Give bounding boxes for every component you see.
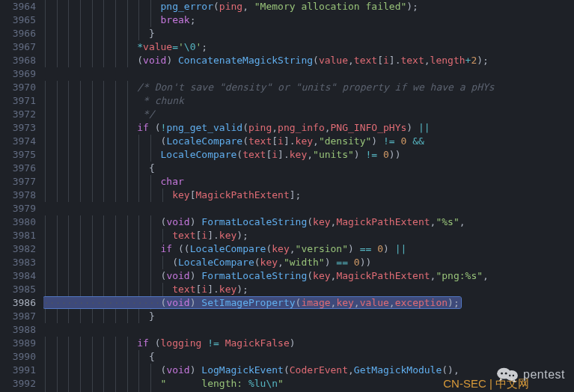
line-number: 3965: [4, 13, 36, 27]
line-number: 3984: [4, 269, 36, 283]
line-number: 3968: [4, 54, 36, 67]
code-area[interactable]: png_error(ping, "Memory allocation faile…: [43, 0, 574, 392]
line-number: 3977: [4, 175, 36, 189]
line-number: 3969: [4, 67, 36, 81]
code-line[interactable]: if ((LocaleCompare(key,"version") == 0) …: [43, 242, 574, 256]
line-number: 3985: [4, 283, 36, 296]
line-number: 3978: [4, 189, 36, 202]
line-number: 3973: [4, 121, 36, 135]
code-line[interactable]: [43, 67, 574, 81]
code-line[interactable]: (LocaleCompare(text[i].key,"density") !=…: [43, 135, 574, 148]
code-line[interactable]: [43, 323, 574, 337]
code-line[interactable]: (void) LogMagickEvent(CoderEvent,GetMagi…: [43, 364, 574, 377]
line-number: 3981: [4, 229, 36, 242]
line-number: 3989: [4, 337, 36, 350]
line-number: 3983: [4, 256, 36, 269]
code-line[interactable]: if (logging != MagickFalse): [43, 337, 574, 350]
line-number: 3982: [4, 242, 36, 256]
code-line[interactable]: text[i].key);: [43, 229, 574, 242]
code-editor[interactable]: 3964396539663967396839693970397139723973…: [0, 0, 574, 392]
code-line[interactable]: * chunk: [43, 94, 574, 108]
line-number-gutter: 3964396539663967396839693970397139723973…: [0, 0, 43, 392]
code-line[interactable]: (void) FormatLocaleString(key,MagickPath…: [43, 269, 574, 283]
code-line[interactable]: char: [43, 175, 574, 189]
code-line[interactable]: /* Don't save "density" or "units" prope…: [43, 81, 574, 94]
code-line[interactable]: key[MagickPathExtent];: [43, 189, 574, 202]
line-number: 3992: [4, 377, 36, 391]
line-number: 3979: [4, 202, 36, 215]
line-number: 3988: [4, 323, 36, 337]
line-number: 3986: [4, 296, 36, 310]
line-number: 3972: [4, 108, 36, 121]
line-number: 3964: [4, 0, 36, 13]
code-line[interactable]: }: [43, 310, 574, 323]
code-line[interactable]: [43, 202, 574, 215]
code-line[interactable]: *value='\0';: [43, 40, 574, 54]
code-line[interactable]: LocaleCompare(text[i].key,"units") != 0)…: [43, 148, 574, 162]
line-number: 3991: [4, 364, 36, 377]
code-line[interactable]: {: [43, 162, 574, 175]
code-line[interactable]: break;: [43, 13, 574, 27]
line-number: 3980: [4, 215, 36, 229]
code-line[interactable]: ····················(void) SetImagePrope…: [43, 296, 574, 310]
code-line[interactable]: " length: %lu\n": [43, 377, 574, 391]
line-number: 3987: [4, 310, 36, 323]
code-line[interactable]: (void) ConcatenateMagickString(value,tex…: [43, 54, 574, 67]
code-line[interactable]: (LocaleCompare(key,"width") == 0)): [43, 256, 574, 269]
line-number: 3970: [4, 81, 36, 94]
code-line[interactable]: text[i].key);: [43, 283, 574, 296]
code-line[interactable]: (void) FormatLocaleString(key,MagickPath…: [43, 215, 574, 229]
line-number: 3975: [4, 148, 36, 162]
line-number: 3990: [4, 350, 36, 364]
code-line[interactable]: png_error(ping, "Memory allocation faile…: [43, 0, 574, 13]
line-number: 3967: [4, 40, 36, 54]
code-line[interactable]: */: [43, 108, 574, 121]
line-number: 3971: [4, 94, 36, 108]
line-number: 3966: [4, 27, 36, 40]
code-line[interactable]: {: [43, 350, 574, 364]
line-number: 3974: [4, 135, 36, 148]
line-number: 3976: [4, 162, 36, 175]
code-line[interactable]: }: [43, 27, 574, 40]
code-line[interactable]: if (!png_get_valid(ping,png_info,PNG_INF…: [43, 121, 574, 135]
